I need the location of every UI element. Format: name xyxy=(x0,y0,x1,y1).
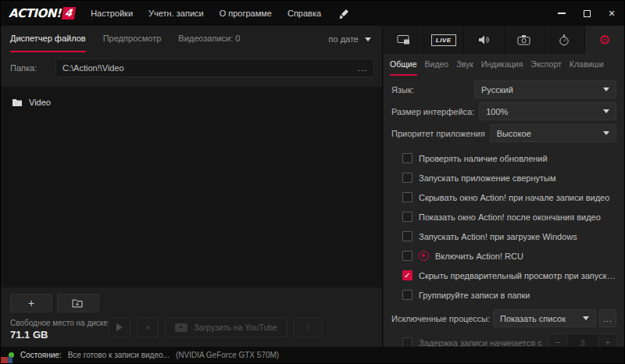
upload-youtube-label: Загрузить на YouTube xyxy=(194,323,277,332)
folder-path-value: C:\Action!\Video xyxy=(62,63,124,73)
add-folder-button[interactable]: + xyxy=(10,294,52,312)
checkbox-label: Скрывать окно Action! при начале записи … xyxy=(419,193,609,202)
language-dropdown[interactable]: Русский xyxy=(474,80,616,98)
checkbox-row-hide-preview[interactable]: Скрыть предварительный просмотр при запу… xyxy=(391,266,616,285)
language-value: Русский xyxy=(481,85,513,95)
chevron-down-icon xyxy=(603,131,609,135)
priority-dropdown[interactable]: Высокое xyxy=(490,124,616,142)
play-button[interactable] xyxy=(109,317,130,337)
mode-tabs: LIVE xyxy=(384,26,624,54)
menu-help[interactable]: Справка xyxy=(288,9,321,18)
tab-audio-recording[interactable] xyxy=(464,26,505,54)
artifact-red xyxy=(1,357,8,363)
export-button[interactable]: ↑ xyxy=(294,317,322,337)
checkbox-row-show-after-record[interactable]: Показать окно Action! после окончания ви… xyxy=(391,207,616,227)
chevron-down-icon xyxy=(603,87,609,91)
tab-screenshots[interactable] xyxy=(505,26,545,54)
checkbox-label: Запускать приложение свернутым xyxy=(419,173,556,183)
checkbox[interactable] xyxy=(402,192,412,202)
desktop-corner-artifact xyxy=(1,357,12,363)
rcu-icon xyxy=(419,251,429,261)
sort-dropdown[interactable]: по дате xyxy=(329,26,371,52)
checkbox[interactable] xyxy=(402,251,412,261)
tab-recordings-count[interactable]: Видеозаписи: 0 xyxy=(178,26,240,52)
checkbox[interactable] xyxy=(402,212,412,222)
setting-row-priority: Приоритет приложения Высокое xyxy=(391,124,616,142)
delete-icon: × xyxy=(145,323,150,332)
camera-icon xyxy=(517,34,530,45)
tab-hotkeys[interactable]: Клавиши xyxy=(570,54,604,76)
close-button[interactable]: × xyxy=(599,1,624,26)
checkbox-row-start-minimized[interactable]: Запускать приложение свернутым xyxy=(391,168,616,187)
tab-live-streaming[interactable]: LIVE xyxy=(424,26,465,54)
checkbox-row-group-recordings[interactable]: Группируйте записи в папки xyxy=(391,285,616,305)
setting-row-language: Язык: Русский xyxy=(391,80,616,98)
close-icon: × xyxy=(609,8,615,19)
checkbox[interactable] xyxy=(402,270,412,280)
theme-brush-icon[interactable] xyxy=(338,8,351,20)
menu-accounts[interactable]: Учетн. записи xyxy=(148,9,204,18)
maximize-icon xyxy=(584,10,591,17)
checkbox-label: Включить Action! RCU xyxy=(435,252,523,261)
live-icon: LIVE xyxy=(431,34,456,46)
checkbox-row-enable-rcu[interactable]: Включить Action! RCU xyxy=(391,246,616,266)
priority-label: Приоритет приложения xyxy=(391,129,485,138)
upload-youtube-button[interactable]: Загрузить на YouTube xyxy=(165,317,288,337)
artifact-blue xyxy=(8,357,12,363)
checkbox-label: Проверять наличие обновлений xyxy=(419,154,548,163)
menu-about[interactable]: О программе xyxy=(220,9,272,18)
folder-label: Папка: xyxy=(10,63,55,73)
checkbox-label: Скрыть предварительный просмотр при запу… xyxy=(419,271,616,280)
checkbox[interactable] xyxy=(402,290,412,300)
menu-settings[interactable]: Настройки xyxy=(91,9,133,18)
chevron-down-icon xyxy=(583,316,589,320)
browse-button[interactable]: ... xyxy=(358,63,367,73)
playback-controls: × Загрузить на YouTube ↑ xyxy=(109,317,322,337)
settings-panel: LIVE xyxy=(384,26,624,347)
ui-scale-value: 100% xyxy=(486,107,508,116)
free-space-block: Свободное место на диске 71.1 GB xyxy=(10,319,108,341)
tab-settings[interactable]: ⚙ xyxy=(585,26,625,54)
status-label: Состояние: xyxy=(20,351,62,359)
delete-button[interactable]: × xyxy=(137,317,159,337)
menubar: Настройки Учетн. записи О программе Спра… xyxy=(91,9,321,18)
tab-benchmark[interactable] xyxy=(545,26,585,54)
minimize-button[interactable] xyxy=(549,1,574,26)
checkbox[interactable] xyxy=(402,153,412,163)
tab-file-manager[interactable]: Диспетчер файлов xyxy=(10,26,86,52)
tab-preview[interactable]: Предпросмотр xyxy=(103,26,162,52)
setting-row-ui-scale: Размер интерфейса: 100% xyxy=(391,102,616,120)
checkbox-label: Группируйте записи в папки xyxy=(419,291,530,300)
tab-hud[interactable]: Индикация xyxy=(481,54,523,76)
logo-text: ACTION! xyxy=(9,6,61,20)
excluded-processes-label: Исключенные процессы: xyxy=(391,314,490,323)
speaker-icon xyxy=(478,34,490,45)
tab-general[interactable]: Общие xyxy=(390,54,417,76)
chevron-down-icon xyxy=(365,37,371,41)
settings-body: Язык: Русский Размер интерфейса: 100% Пр… xyxy=(384,76,624,305)
checkbox-row-hide-on-record[interactable]: Скрывать окно Action! при начале записи … xyxy=(391,187,616,207)
import-recordings-button[interactable] xyxy=(57,294,99,312)
tab-video[interactable]: Видео xyxy=(425,54,449,76)
tab-screen-recording[interactable] xyxy=(384,26,424,54)
upload-icon: ↑ xyxy=(305,323,310,332)
tab-export[interactable]: Экспорт xyxy=(530,54,561,76)
folder-path-input[interactable]: C:\Action!\Video ... xyxy=(55,59,374,77)
tab-audio[interactable]: Звук xyxy=(456,54,473,76)
checkbox-label: Показать окно Action! после окончания ви… xyxy=(419,212,601,222)
status-gpu: (NVIDIA GeForce GTX 570M) xyxy=(176,351,279,359)
checkbox-row-check-updates[interactable]: Проверять наличие обновлений xyxy=(391,148,616,168)
file-manager-tabs: Диспетчер файлов Предпросмотр Видеозапис… xyxy=(1,26,382,52)
checkbox[interactable] xyxy=(402,231,412,241)
settings-tabs: Общие Видео Звук Индикация Экспорт Клави… xyxy=(384,54,624,76)
excluded-processes-dropdown[interactable]: Показать список xyxy=(493,309,596,327)
record-delay-label: Задержка записи начинается с xyxy=(419,338,542,348)
list-item-video-folder[interactable]: Video xyxy=(1,87,382,118)
checkbox-row-run-on-startup[interactable]: Запускать Action! при загрузке Windows xyxy=(391,227,616,246)
excluded-processes-browse-button[interactable]: ... xyxy=(599,309,616,327)
ui-scale-label: Размер интерфейса: xyxy=(391,107,474,116)
checkbox[interactable] xyxy=(402,173,412,183)
ui-scale-dropdown[interactable]: 100% xyxy=(479,102,616,120)
language-label: Язык: xyxy=(391,85,470,95)
maximize-button[interactable] xyxy=(574,1,599,26)
